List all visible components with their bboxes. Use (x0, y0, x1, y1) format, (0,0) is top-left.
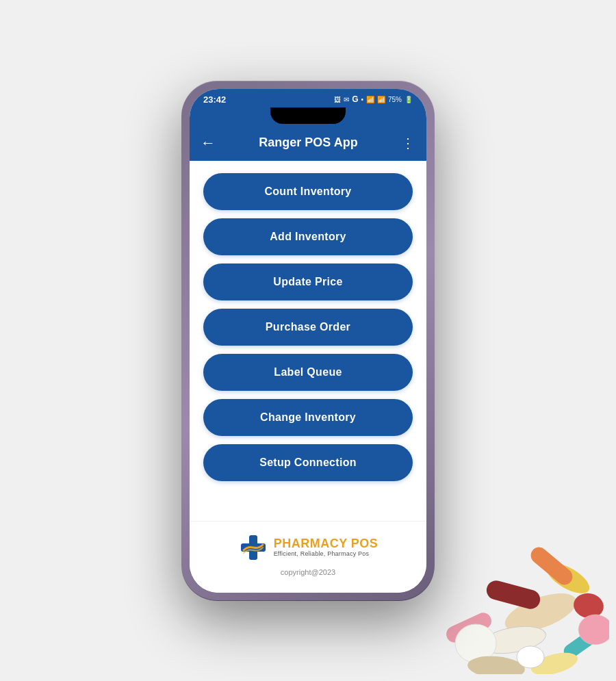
svg-point-12 (517, 646, 544, 668)
app-footer: PHARMACY POS Efficient, Reliable, Pharma… (190, 521, 426, 593)
notch-area (190, 107, 426, 128)
svg-point-2 (479, 622, 548, 658)
app-bar: ← Ranger POS App ⋮ (190, 128, 426, 161)
app-title: Ranger POS App (259, 136, 357, 150)
add-inventory-button[interactable]: Add Inventory (203, 218, 413, 255)
footer-tagline: Efficient, Reliable, Pharmacy Pos (274, 550, 378, 557)
svg-rect-5 (528, 544, 576, 589)
status-bar: 23:42 🖼 ✉ G • 📶 📶 75% 🔋 (190, 89, 426, 107)
back-button[interactable]: ← (201, 136, 216, 151)
main-content: Count Inventory Add Inventory Update Pri… (190, 161, 426, 521)
label-queue-button[interactable]: Label Queue (203, 354, 413, 391)
svg-rect-1 (485, 578, 543, 611)
footer-copyright: copyright@2023 (281, 568, 335, 576)
svg-point-6 (455, 624, 496, 663)
svg-point-10 (529, 648, 580, 674)
svg-point-11 (578, 615, 609, 645)
svg-rect-4 (444, 610, 494, 645)
svg-rect-7 (561, 626, 603, 661)
status-icons: 🖼 ✉ G • 📶 📶 75% 🔋 (334, 94, 413, 104)
dot-indicator: • (361, 96, 363, 103)
svg-point-9 (467, 654, 526, 674)
phone-screen: 23:42 🖼 ✉ G • 📶 📶 75% 🔋 ← Ran (190, 89, 426, 593)
svg-point-0 (500, 586, 581, 640)
setup-connection-button[interactable]: Setup Connection (203, 444, 413, 481)
message-icon: ✉ (344, 96, 349, 103)
svg-point-8 (572, 591, 606, 620)
battery-icon: 🔋 (405, 96, 413, 103)
change-inventory-button[interactable]: Change Inventory (203, 399, 413, 436)
battery-text: 75% (388, 96, 402, 103)
footer-logo: PHARMACY POS Efficient, Reliable, Pharma… (238, 532, 378, 563)
status-time: 23:42 (203, 94, 226, 105)
wifi-icon: 📶 (366, 96, 374, 103)
svg-point-3 (542, 558, 594, 600)
g-icon: G (352, 94, 358, 104)
purchase-order-button[interactable]: Purchase Order (203, 309, 413, 346)
update-price-button[interactable]: Update Price (203, 264, 413, 300)
signal-icon: 📶 (377, 96, 385, 103)
camera-notch (270, 107, 346, 124)
footer-brand: PHARMACY POS Efficient, Reliable, Pharma… (274, 537, 378, 558)
menu-button-icon[interactable]: ⋮ (401, 135, 415, 151)
footer-brand-name: PHARMACY POS (274, 537, 378, 551)
pharmacy-cross-icon (238, 532, 268, 563)
gallery-icon: 🖼 (334, 96, 341, 103)
phone-frame: 23:42 🖼 ✉ G • 📶 📶 75% 🔋 ← Ran (181, 81, 435, 601)
count-inventory-button[interactable]: Count Inventory (203, 173, 413, 210)
phone-wrapper: 23:42 🖼 ✉ G • 📶 📶 75% 🔋 ← Ran (181, 81, 435, 601)
